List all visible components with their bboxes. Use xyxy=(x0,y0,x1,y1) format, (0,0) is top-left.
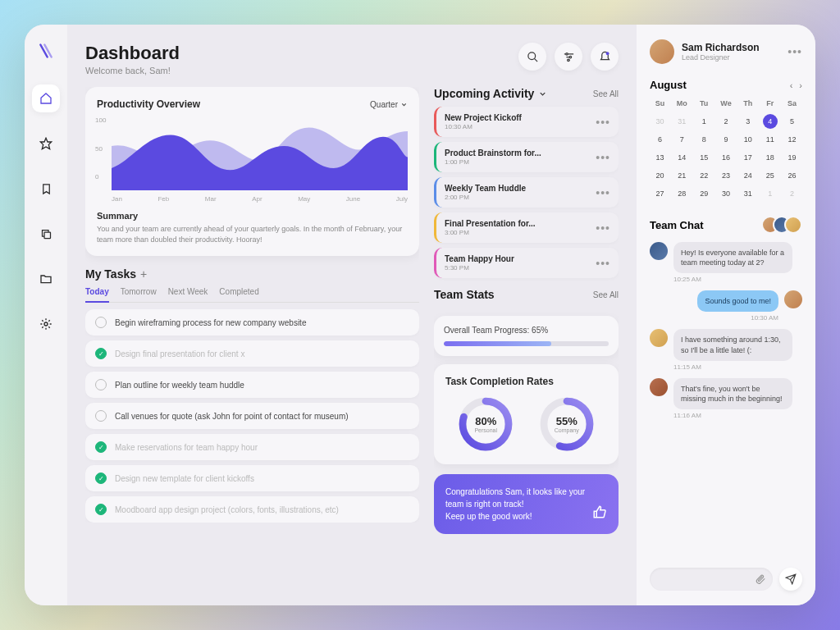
profile-menu[interactable]: ••• xyxy=(788,45,802,58)
congrats-banner: Congratulations Sam, it looks like your … xyxy=(434,474,619,534)
nav-settings[interactable] xyxy=(32,310,60,338)
calendar-day[interactable]: 29 xyxy=(694,186,714,201)
task-item[interactable]: Call venues for quote (ask John for poin… xyxy=(85,403,419,429)
upcoming-title[interactable]: Upcoming Activity xyxy=(434,87,547,100)
tab-today[interactable]: Today xyxy=(85,287,109,303)
message-avatar[interactable] xyxy=(650,378,668,396)
calendar-day[interactable]: 22 xyxy=(694,168,714,183)
chat-message: Hey! Is everyone available for a team me… xyxy=(650,242,802,283)
calendar-day[interactable]: 1 xyxy=(760,186,780,201)
svg-point-4 xyxy=(565,52,568,55)
message-bubble: Sounds good to me! xyxy=(697,290,778,312)
message-avatar[interactable] xyxy=(784,290,802,308)
calendar-day[interactable]: 7 xyxy=(672,132,692,147)
tab-next-week[interactable]: Next Week xyxy=(168,287,208,302)
calendar-day[interactable]: 18 xyxy=(760,150,780,165)
task-checkbox[interactable]: ✓ xyxy=(95,504,107,515)
calendar-day[interactable]: 2 xyxy=(716,114,737,129)
calendar-day[interactable]: 16 xyxy=(716,150,737,165)
search-button[interactable] xyxy=(518,43,546,71)
activity-item[interactable]: Final Presentation for...3:00 PM••• xyxy=(434,212,619,243)
calendar-day[interactable]: 8 xyxy=(694,132,714,147)
add-task-button[interactable]: + xyxy=(140,267,147,281)
calendar-day[interactable]: 31 xyxy=(737,186,758,201)
attach-icon[interactable] xyxy=(755,573,766,585)
task-checkbox[interactable]: ✓ xyxy=(95,441,107,453)
calendar-day[interactable]: 3 xyxy=(737,114,758,129)
activity-menu[interactable]: ••• xyxy=(596,221,610,235)
message-avatar[interactable] xyxy=(650,329,668,347)
calendar-day[interactable]: 20 xyxy=(650,168,670,183)
chat-participants[interactable] xyxy=(768,216,802,234)
message-time: 10:30 AM xyxy=(751,314,778,322)
message-bubble: That's fine, you won't be missing much i… xyxy=(673,378,792,409)
my-tasks-title: My Tasks+ xyxy=(85,267,147,281)
calendar-day[interactable]: 23 xyxy=(716,168,737,183)
activity-item[interactable]: New Project Kickoff10:30 AM••• xyxy=(434,107,619,137)
calendar-day[interactable]: 14 xyxy=(672,150,692,165)
activity-menu[interactable]: ••• xyxy=(596,116,610,129)
calendar-day[interactable]: 12 xyxy=(782,132,802,147)
activity-item[interactable]: Product Brainstorm for...1:00 PM••• xyxy=(434,142,619,172)
calendar-day[interactable]: 1 xyxy=(694,114,714,129)
nav-star[interactable] xyxy=(32,130,60,158)
task-checkbox[interactable]: ✓ xyxy=(95,348,107,359)
app-shell: Dashboard Welcome back, Sam! Productivit… xyxy=(25,25,815,605)
calendar-day[interactable]: 9 xyxy=(716,132,737,147)
message-avatar[interactable] xyxy=(650,242,668,260)
activity-menu[interactable]: ••• xyxy=(596,151,610,164)
task-item[interactable]: Begin wireframing process for new compan… xyxy=(85,309,419,336)
calendar-day[interactable]: 30 xyxy=(716,186,737,201)
team-stats-see-all[interactable]: See All xyxy=(593,290,619,299)
nav-folder[interactable] xyxy=(32,265,60,293)
task-item[interactable]: ✓Moodboard app design project (colors, f… xyxy=(85,496,419,523)
calendar-day[interactable]: 25 xyxy=(760,168,780,183)
nav-home[interactable] xyxy=(32,84,60,112)
upcoming-see-all[interactable]: See All xyxy=(593,89,619,98)
calendar-day[interactable]: 13 xyxy=(650,150,670,165)
calendar-day[interactable]: 6 xyxy=(650,132,670,147)
calendar-day[interactable]: 26 xyxy=(782,168,802,183)
page-subtitle: Welcome back, Sam! xyxy=(85,66,180,75)
period-selector[interactable]: Quarter xyxy=(370,100,408,109)
nav-bookmark[interactable] xyxy=(32,175,60,203)
task-checkbox[interactable] xyxy=(95,410,107,422)
calendar-day[interactable]: 24 xyxy=(737,168,758,183)
nav-copy[interactable] xyxy=(32,220,60,248)
calendar-day[interactable]: 4 xyxy=(763,114,778,129)
svg-rect-1 xyxy=(44,232,51,239)
calendar-day[interactable]: 17 xyxy=(737,150,758,165)
filter-button[interactable] xyxy=(555,43,582,71)
task-checkbox[interactable] xyxy=(95,317,107,328)
calendar-day[interactable]: 15 xyxy=(694,150,714,165)
task-item[interactable]: ✓Design new template for client kickoffs xyxy=(85,465,419,491)
notifications-button[interactable] xyxy=(591,43,619,71)
calendar-day[interactable]: 21 xyxy=(672,168,692,183)
task-item[interactable]: Plan outline for weekly team huddle xyxy=(85,372,419,398)
calendar-next[interactable]: › xyxy=(799,80,802,90)
calendar-day[interactable]: 30 xyxy=(650,114,670,129)
task-item[interactable]: ✓Make reservations for team happy hour xyxy=(85,434,419,460)
activity-item[interactable]: Team Happy Hour5:30 PM••• xyxy=(434,248,619,278)
tab-tomorrow[interactable]: Tomorrow xyxy=(121,287,157,302)
calendar-day[interactable]: 5 xyxy=(782,114,802,129)
calendar-day[interactable]: 11 xyxy=(760,132,780,147)
tab-completed[interactable]: Completed xyxy=(219,287,258,302)
activity-menu[interactable]: ••• xyxy=(596,186,610,199)
calendar-day[interactable]: 19 xyxy=(782,150,802,165)
activity-menu[interactable]: ••• xyxy=(596,257,610,270)
calendar-day[interactable]: 28 xyxy=(672,186,692,201)
calendar-prev[interactable]: ‹ xyxy=(790,80,793,90)
calendar-day[interactable]: 31 xyxy=(672,114,692,129)
profile-avatar[interactable] xyxy=(650,39,674,64)
calendar-day[interactable]: 27 xyxy=(650,186,670,201)
activity-item[interactable]: Weekly Team Huddle2:00 PM••• xyxy=(434,177,619,208)
calendar-grid: SuMoTuWeThFrSa30311234567891011121314151… xyxy=(650,99,802,201)
task-checkbox[interactable] xyxy=(95,379,107,390)
task-item[interactable]: ✓Design final presentation for client x xyxy=(85,340,419,367)
calendar-day[interactable]: 10 xyxy=(737,132,758,147)
chat-input-field[interactable] xyxy=(650,568,773,591)
send-button[interactable] xyxy=(779,568,802,591)
task-checkbox[interactable]: ✓ xyxy=(95,472,107,484)
calendar-day[interactable]: 2 xyxy=(782,186,802,201)
